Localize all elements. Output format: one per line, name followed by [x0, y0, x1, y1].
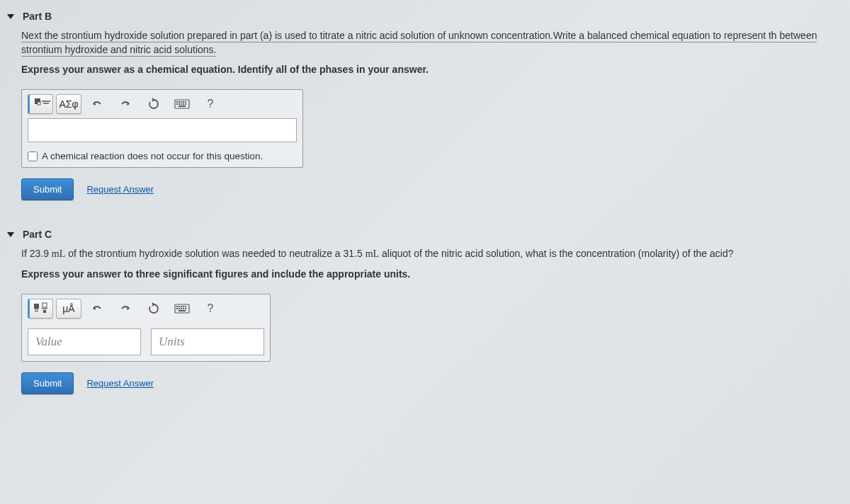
svg-rect-6 [183, 101, 184, 103]
svg-rect-11 [183, 103, 184, 105]
svg-rect-7 [185, 101, 186, 103]
no-reaction-option: A chemical reaction does not occur for t… [22, 148, 302, 167]
svg-rect-18 [43, 310, 46, 313]
svg-rect-4 [178, 101, 180, 103]
keyboard-icon [174, 304, 190, 314]
help-label: ? [208, 302, 214, 315]
svg-rect-30 [178, 310, 186, 311]
svg-rect-13 [178, 105, 186, 107]
part-c-header[interactable]: Part C [0, 225, 850, 247]
keyboard-button[interactable] [169, 299, 195, 319]
fraction-icon [33, 302, 50, 316]
redo-button[interactable] [113, 299, 138, 319]
part-c-toolbar: μÅ [22, 294, 270, 323]
svg-rect-14 [34, 304, 39, 309]
svg-rect-8 [176, 103, 178, 105]
part-b-instruction: Express your answer as a chemical equati… [21, 64, 829, 75]
svg-rect-1 [38, 102, 40, 105]
redo-icon [119, 98, 132, 110]
help-button[interactable]: ? [198, 94, 223, 114]
help-label: ? [208, 98, 214, 110]
svg-rect-24 [185, 306, 186, 307]
part-c-content: If 23.9 mL of the strontium hydroxide so… [0, 247, 850, 394]
svg-rect-22 [181, 306, 182, 307]
part-b-toolbar: ΑΣφ [22, 90, 302, 118]
part-c-submit-button[interactable]: Submit [21, 372, 74, 394]
part-b-content: Next the strontium hydroxide solution pr… [0, 29, 850, 200]
no-reaction-checkbox[interactable] [28, 151, 38, 161]
templates-icon [33, 97, 49, 111]
reset-icon [147, 98, 160, 110]
part-c-request-answer-link[interactable]: Request Answer [86, 378, 154, 389]
part-c-title: Part C [23, 229, 52, 240]
part-c-submit-row: Submit Request Answer [21, 372, 829, 394]
no-reaction-label: A chemical reaction does not occur for t… [42, 151, 263, 161]
undo-button[interactable] [84, 94, 110, 114]
svg-rect-23 [183, 306, 184, 307]
svg-rect-5 [181, 101, 182, 103]
svg-rect-21 [178, 306, 180, 307]
svg-rect-26 [178, 308, 180, 309]
greek-symbols-label: ΑΣφ [59, 98, 78, 110]
svg-rect-28 [183, 308, 184, 309]
part-b-submit-button[interactable]: Submit [21, 178, 74, 200]
chevron-down-icon [7, 232, 14, 237]
undo-icon [91, 98, 103, 110]
svg-rect-25 [176, 308, 178, 309]
svg-rect-12 [185, 103, 186, 105]
units-symbols-label: μÅ [62, 303, 74, 314]
part-c-section: Part C If 23.9 mL of the strontium hydro… [0, 218, 850, 412]
svg-rect-27 [181, 308, 182, 309]
part-b-section: Part B Next the strontium hydroxide solu… [0, 0, 850, 218]
fraction-templates-button[interactable] [28, 299, 53, 319]
value-units-row [22, 323, 270, 361]
part-c-answer-box: μÅ [21, 294, 271, 362]
chemistry-templates-button[interactable] [28, 94, 53, 114]
part-b-submit-row: Submit Request Answer [21, 178, 829, 200]
svg-rect-10 [181, 103, 182, 105]
units-symbols-button[interactable]: μÅ [56, 299, 81, 319]
redo-button[interactable] [113, 94, 138, 114]
units-input[interactable] [151, 328, 264, 355]
keyboard-icon [174, 99, 190, 109]
part-c-question: If 23.9 mL of the strontium hydroxide so… [21, 247, 829, 261]
chevron-down-icon [7, 14, 14, 19]
equation-input-row [22, 118, 302, 148]
part-b-request-answer-link[interactable]: Request Answer [86, 184, 154, 195]
reset-button[interactable] [141, 94, 166, 114]
symbols-button[interactable]: ΑΣφ [56, 94, 81, 114]
svg-rect-29 [185, 308, 186, 309]
svg-rect-16 [42, 303, 47, 307]
reset-button[interactable] [141, 299, 166, 319]
help-button[interactable]: ? [198, 299, 223, 319]
part-b-answer-box: ΑΣφ [21, 89, 303, 168]
keyboard-button[interactable] [169, 94, 195, 114]
redo-icon [119, 303, 132, 314]
undo-icon [91, 303, 103, 314]
svg-rect-15 [35, 309, 38, 311]
value-input[interactable] [28, 328, 141, 355]
svg-rect-9 [178, 103, 180, 105]
part-c-instruction: Express your answer to three significant… [21, 268, 829, 280]
svg-rect-20 [176, 306, 178, 307]
chemical-equation-input[interactable] [28, 118, 297, 142]
svg-rect-3 [176, 101, 178, 103]
undo-button[interactable] [84, 299, 110, 319]
part-b-title: Part B [23, 11, 52, 22]
part-b-header[interactable]: Part B [0, 7, 850, 29]
reset-icon [147, 302, 160, 315]
part-b-question: Next the strontium hydroxide solution pr… [21, 29, 829, 57]
